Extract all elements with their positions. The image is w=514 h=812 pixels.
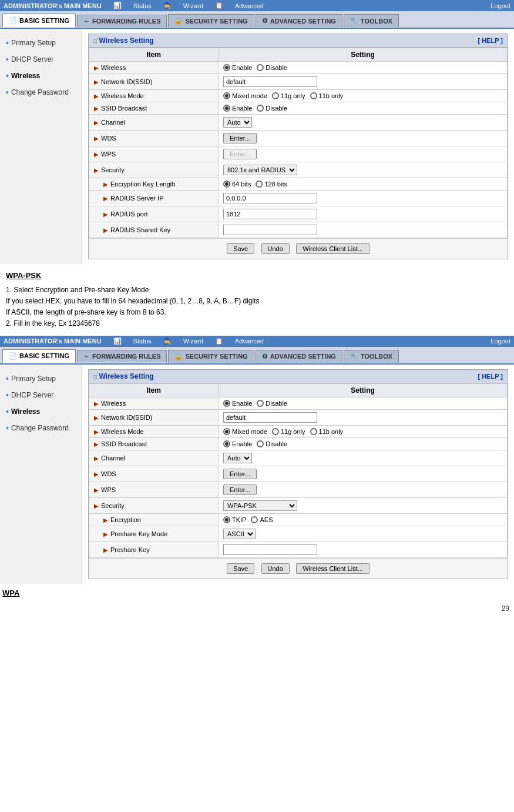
- wizard-link-2[interactable]: Wizard: [183, 338, 203, 345]
- select-panel2-body-7[interactable]: 802.1x and RADIUSWPA-PSKWPADisable: [223, 500, 297, 511]
- sidebar-item-wireless[interactable]: Wireless: [0, 68, 82, 84]
- tab-toolbox[interactable]: 🔧 TOOLBOX: [344, 14, 399, 27]
- row-label-panel1-body-0: ▶Wireless: [89, 62, 219, 74]
- sidebar-item-change-password[interactable]: Change Password: [0, 84, 82, 101]
- advanced-icon-2: 📋: [215, 338, 223, 345]
- radio-option-panel1-body-2-2[interactable]: 11b only: [310, 92, 344, 99]
- undo-button-2[interactable]: Undo: [261, 563, 290, 574]
- sidebar-item-dhcp-server[interactable]: DHCP Server: [0, 51, 82, 68]
- input-panel2-body-1[interactable]: [223, 412, 317, 423]
- radio-option-panel1-body-8-1[interactable]: 128 bits: [256, 181, 287, 188]
- tab-advanced-setting-2[interactable]: ⚙ ADVANCED SETTING: [256, 350, 342, 363]
- select-panel1-body-7[interactable]: 802.1x and RADIUSWPA-PSKWPADisable: [223, 165, 297, 175]
- radio-option-panel1-body-0-0[interactable]: Enable: [223, 64, 252, 71]
- undo-button-1[interactable]: Undo: [261, 243, 290, 254]
- wireless-client-list-button-1[interactable]: Wireless Client List...: [296, 243, 369, 254]
- input-panel2-body-10[interactable]: [223, 544, 317, 555]
- radio-option-panel1-body-3-1[interactable]: Disable: [257, 105, 287, 112]
- advanced-link[interactable]: Advanced: [235, 2, 264, 9]
- radio-dot-panel1-body-8-1: [256, 181, 263, 188]
- input-panel1-body-9[interactable]: [223, 193, 317, 203]
- radio-option-panel2-body-8-1[interactable]: AES: [251, 516, 273, 523]
- select-panel2-body-4[interactable]: Auto: [223, 453, 252, 463]
- toolbox-icon-2: 🔧: [350, 353, 358, 360]
- wizard-link[interactable]: Wizard: [183, 2, 203, 9]
- radio-dot-panel2-body-2-1: [272, 428, 279, 435]
- logout-link[interactable]: Logout: [491, 2, 510, 9]
- sidebar-item-change-password-2[interactable]: Change Password: [0, 420, 82, 436]
- enter-button-panel2-body-6[interactable]: Enter...: [223, 484, 257, 495]
- radio-option-panel2-body-2-0[interactable]: Mixed mode: [223, 428, 267, 435]
- sidebar-item-primary-setup[interactable]: Primary Setup: [0, 35, 82, 51]
- select-panel1-body-4[interactable]: Auto: [223, 117, 252, 128]
- radio-option-panel1-body-0-1[interactable]: Disable: [257, 64, 287, 71]
- tab-toolbox-2[interactable]: 🔧 TOOLBOX: [344, 350, 399, 363]
- enter-button-panel2-body-5[interactable]: Enter...: [223, 469, 257, 479]
- row-setting-panel2-body-10: [219, 542, 508, 557]
- radio-option-panel1-body-8-0[interactable]: 64 bits: [223, 181, 251, 188]
- sidebar-2: Primary Setup DHCP Server Wireless Chang…: [0, 365, 82, 584]
- radio-option-panel1-body-2-1[interactable]: 11g only: [272, 92, 305, 99]
- row-label-panel2-body-5: ▶WDS: [89, 466, 219, 482]
- status-link[interactable]: Status: [133, 2, 152, 9]
- tab-forwarding-rules-2[interactable]: ↔ FORWARDING RULES: [77, 350, 167, 362]
- row-setting-panel2-body-8: TKIPAES: [219, 513, 508, 526]
- tab-security-setting-2[interactable]: 🔒 SECURITY SETTING: [168, 350, 254, 363]
- radio-dot-panel2-body-0-0: [223, 400, 230, 407]
- row-setting-panel1-body-4: Auto: [219, 115, 508, 131]
- row-label-panel2-body-1: ▶Network ID(SSID): [89, 409, 219, 425]
- row-setting-panel1-body-7: 802.1x and RADIUSWPA-PSKWPADisable: [219, 162, 508, 178]
- status-link-2[interactable]: Status: [133, 338, 152, 345]
- radio-group-panel1-body-8: 64 bits128 bits: [223, 181, 502, 188]
- row-setting-panel1-body-1: [219, 74, 508, 90]
- sidebar-item-wireless-2[interactable]: Wireless: [0, 403, 82, 420]
- radio-group-panel2-body-3: EnableDisable: [223, 440, 502, 447]
- wireless-setting-panel-1: □ Wireless Setting [ HELP ] Item Setting…: [88, 34, 508, 259]
- enter-button-panel1-body-6: Enter...: [223, 149, 257, 159]
- sidebar-item-dhcp-server-2[interactable]: DHCP Server: [0, 387, 82, 403]
- wireless-client-list-button-2[interactable]: Wireless Client List...: [296, 563, 369, 574]
- text-section: WPA-PSK 1. Select Encryption and Pre-sha…: [0, 264, 514, 336]
- save-button-1[interactable]: Save: [227, 243, 254, 254]
- basic-setting-icon: 📄: [9, 16, 17, 24]
- text-line-1: 1. Select Encryption and Pre-share Key M…: [6, 285, 512, 296]
- sidebar-item-primary-setup-2[interactable]: Primary Setup: [0, 370, 82, 387]
- help-link-2[interactable]: [ HELP ]: [478, 373, 503, 380]
- admin-logo: ADMINISTRATOR's MAIN MENU: [4, 2, 102, 9]
- radio-option-panel2-body-2-2[interactable]: 11b only: [310, 428, 344, 435]
- enter-button-panel1-body-5[interactable]: Enter...: [223, 133, 257, 143]
- input-panel1-body-10[interactable]: [223, 209, 317, 219]
- tab-security-setting[interactable]: 🔒 SECURITY SETTING: [168, 14, 254, 27]
- input-panel1-body-1[interactable]: [223, 76, 317, 87]
- radio-option-panel2-body-2-1[interactable]: 11g only: [272, 428, 305, 435]
- radio-option-panel1-body-3-0[interactable]: Enable: [223, 105, 252, 112]
- tab-basic-setting[interactable]: 📄 BASIC SETTING: [2, 14, 76, 28]
- radio-option-panel2-body-3-0[interactable]: Enable: [223, 440, 252, 447]
- settings-table-1: Item Setting ▶WirelessEnableDisable▶Netw…: [89, 48, 508, 238]
- col-item-2: Item: [89, 383, 219, 397]
- text-line-4: 2. Fill in the key, Ex 12345678: [6, 318, 512, 329]
- radio-dot-panel1-body-2-0: [223, 92, 230, 99]
- advanced-link-2[interactable]: Advanced: [235, 338, 264, 345]
- radio-option-panel2-body-0-1[interactable]: Disable: [257, 400, 287, 407]
- radio-dot-panel2-body-2-2: [310, 428, 317, 435]
- radio-option-panel2-body-8-0[interactable]: TKIP: [223, 516, 246, 523]
- tab-forwarding-rules[interactable]: ↔ FORWARDING RULES: [77, 15, 167, 27]
- input-panel1-body-11[interactable]: [223, 225, 317, 235]
- logout-link-2[interactable]: Logout: [491, 338, 510, 345]
- radio-option-panel1-body-2-0[interactable]: Mixed mode: [223, 92, 267, 99]
- row-setting-panel1-body-0: EnableDisable: [219, 62, 508, 74]
- row-label-panel1-body-10: ▶RADIUS port: [89, 206, 219, 222]
- tab-advanced-setting[interactable]: ⚙ ADVANCED SETTING: [256, 14, 342, 27]
- basic-setting-icon-2: 📄: [9, 352, 17, 360]
- radio-option-panel2-body-0-0[interactable]: Enable: [223, 400, 252, 407]
- save-button-2[interactable]: Save: [227, 563, 254, 574]
- tab-basic-setting-2[interactable]: 📄 BASIC SETTING: [2, 349, 76, 363]
- row-setting-panel2-body-0: EnableDisable: [219, 397, 508, 409]
- select-panel2-body-9[interactable]: ASCIIHEX: [223, 529, 256, 539]
- help-link-1[interactable]: [ HELP ]: [478, 37, 503, 44]
- row-setting-panel2-body-2: Mixed mode11g only11b only: [219, 425, 508, 437]
- button-row-1: Save Undo Wireless Client List...: [89, 238, 508, 259]
- row-label-panel1-body-1: ▶Network ID(SSID): [89, 74, 219, 90]
- radio-option-panel2-body-3-1[interactable]: Disable: [257, 440, 287, 447]
